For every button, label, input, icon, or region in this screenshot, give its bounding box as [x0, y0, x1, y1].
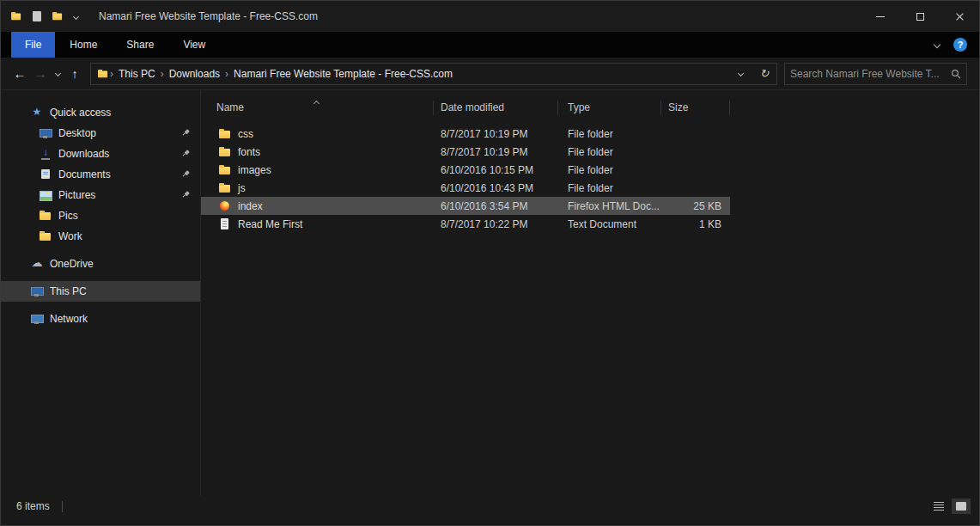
qat-new-folder-icon[interactable]	[52, 10, 64, 22]
tab-view[interactable]: View	[168, 32, 220, 58]
column-header-type[interactable]: Type	[558, 101, 661, 115]
file-size: 1 KB	[661, 218, 730, 230]
breadcrumb-item-this-pc[interactable]: This PC	[113, 64, 161, 84]
file-type: File folder	[558, 128, 661, 140]
address-folder-icon	[97, 68, 109, 80]
sort-ascending-icon	[314, 95, 319, 110]
help-icon[interactable]: ?	[953, 38, 967, 52]
breadcrumb-item-downloads[interactable]: Downloads	[164, 64, 225, 84]
search-input[interactable]	[787, 68, 951, 80]
back-icon	[14, 66, 27, 81]
file-name: index	[238, 200, 263, 212]
details-view-icon	[934, 502, 944, 511]
column-header-size[interactable]: Size	[661, 101, 730, 115]
minimize-button[interactable]	[861, 1, 900, 32]
breadcrumb-item-current-folder[interactable]: Namari Free Website Template - Free-CSS.…	[228, 64, 458, 84]
file-size: 25 KB	[661, 200, 730, 212]
file-date: 8/7/2017 10:19 PM	[434, 146, 558, 158]
sidebar-item-quick-access[interactable]: Quick access	[1, 102, 200, 123]
search-icon[interactable]	[951, 69, 961, 79]
sidebar-item-onedrive[interactable]: OneDrive	[1, 254, 200, 274]
up-icon	[72, 66, 78, 81]
pin-icon	[180, 148, 192, 160]
expand-ribbon-icon[interactable]	[934, 41, 940, 48]
table-row-js[interactable]: js 6/10/2016 10:43 PM File folder	[201, 179, 730, 197]
tab-share[interactable]: Share	[112, 32, 168, 58]
file-date: 6/10/2016 10:43 PM	[434, 182, 558, 194]
maximize-button[interactable]	[900, 1, 940, 32]
maximize-icon	[916, 13, 924, 21]
file-type: Text Document	[558, 218, 661, 230]
folder-icon	[218, 163, 232, 177]
column-header-label: Name	[216, 101, 244, 113]
column-header-date-modified[interactable]: Date modified	[434, 101, 558, 115]
qat-dropdown-icon[interactable]	[73, 13, 79, 19]
file-name: fonts	[238, 146, 260, 158]
table-row-css[interactable]: css 8/7/2017 10:19 PM File folder	[201, 125, 730, 143]
this-pc-icon	[30, 284, 44, 298]
navigation-pane: Quick access Desktop Downloads Documents…	[1, 90, 201, 496]
column-header-label: Type	[568, 101, 590, 113]
qat-properties-icon[interactable]	[33, 11, 41, 21]
sidebar-item-label: Documents	[58, 168, 111, 180]
sidebar-item-desktop[interactable]: Desktop	[1, 123, 200, 144]
items-count: 6 items	[16, 500, 50, 512]
address-dropdown-button[interactable]	[728, 64, 752, 84]
file-name: js	[238, 182, 246, 194]
large-icons-view-icon	[956, 502, 966, 511]
back-button[interactable]	[9, 63, 30, 85]
sidebar-item-downloads[interactable]: Downloads	[1, 144, 200, 164]
pin-icon	[180, 189, 192, 201]
file-type: File folder	[558, 182, 661, 194]
close-button[interactable]	[940, 1, 979, 32]
sidebar-item-pictures[interactable]: Pictures	[1, 185, 200, 205]
sidebar-item-documents[interactable]: Documents	[1, 164, 200, 185]
quick-access-star-icon	[30, 106, 44, 119]
address-bar[interactable]: This PC Downloads Namari Free Website Te…	[90, 63, 777, 85]
sidebar-item-label: Pics	[58, 210, 78, 222]
folder-icon	[218, 127, 232, 141]
column-header-label: Size	[668, 101, 688, 113]
sidebar-item-label: Pictures	[58, 189, 95, 201]
table-row-images[interactable]: images 6/10/2016 10:15 PM File folder	[201, 161, 730, 179]
window-title: Namari Free Website Template - Free-CSS.…	[99, 10, 318, 22]
close-icon	[955, 12, 965, 21]
recent-locations-button[interactable]	[51, 63, 64, 85]
sidebar-item-this-pc[interactable]: This PC	[1, 281, 200, 302]
downloads-icon	[39, 147, 52, 161]
minimize-icon	[876, 16, 885, 17]
search-box	[784, 63, 967, 85]
column-header-name[interactable]: Name	[201, 101, 434, 115]
sidebar-item-work[interactable]: Work	[1, 226, 200, 247]
refresh-button[interactable]	[752, 64, 776, 84]
sidebar-item-label: OneDrive	[50, 258, 94, 270]
sidebar-item-network[interactable]: Network	[1, 309, 200, 329]
explorer-window: Namari Free Website Template - Free-CSS.…	[0, 0, 980, 526]
sidebar-item-label: Quick access	[50, 107, 111, 119]
folder-icon	[218, 145, 232, 159]
up-button[interactable]	[64, 63, 85, 85]
tab-file[interactable]: File	[11, 32, 55, 58]
sidebar-item-label: This PC	[50, 285, 87, 297]
explorer-icon	[10, 10, 22, 22]
sidebar-item-label: Desktop	[58, 127, 96, 139]
details-view-button[interactable]	[929, 498, 948, 514]
column-header-label: Date modified	[441, 101, 504, 113]
file-date: 8/7/2017 10:22 PM	[434, 218, 558, 230]
text-document-icon	[218, 217, 232, 231]
firefox-html-icon	[218, 199, 232, 213]
desktop-icon	[39, 126, 52, 140]
large-icons-view-button[interactable]	[952, 498, 971, 514]
table-row-fonts[interactable]: fonts 8/7/2017 10:19 PM File folder	[201, 143, 730, 161]
tab-home[interactable]: Home	[55, 32, 112, 58]
refresh-icon	[760, 67, 770, 80]
file-rows: css 8/7/2017 10:19 PM File folder fonts …	[201, 125, 979, 233]
column-headers: Name Date modified Type Size	[201, 96, 979, 119]
table-row-read-me-first[interactable]: Read Me First 8/7/2017 10:22 PM Text Doc…	[201, 215, 730, 233]
forward-button[interactable]	[30, 63, 51, 85]
sidebar-item-pics[interactable]: Pics	[1, 205, 200, 226]
file-name: css	[238, 128, 253, 140]
table-row-index[interactable]: index 6/10/2016 3:54 PM Firefox HTML Doc…	[201, 197, 730, 215]
file-date: 6/10/2016 3:54 PM	[434, 200, 558, 212]
file-list-pane: Name Date modified Type Size css 8/7/201…	[201, 90, 979, 496]
